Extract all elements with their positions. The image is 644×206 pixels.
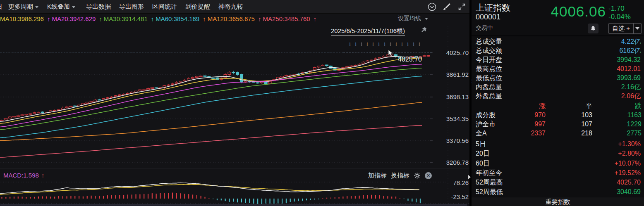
scrollbar-handle[interactable] <box>0 204 467 206</box>
high-price-label: 4025.70 <box>398 56 422 63</box>
stat-row: 最高点位4012.01 <box>472 64 644 73</box>
period-row: 5日+1.30% <box>472 139 644 149</box>
up-arrow-icon: ↑ <box>41 172 45 179</box>
period-value: 3040.69 <box>617 187 641 197</box>
bell-icon <box>590 26 596 32</box>
svg-text:↕: ↕ <box>412 40 415 47</box>
stats-list: 总成交量4.22亿总成交额6162亿今日开盘3994.32最高点位4012.01… <box>472 37 644 101</box>
price-tick-label: 3698.13 <box>432 93 469 101</box>
period-label: 52周最低 <box>476 187 503 197</box>
pushpin-icon[interactable] <box>421 26 427 33</box>
period-returns-list: 5日+1.30%20日+2.80%60日+10.07%年初至今+19.52%52… <box>472 139 644 197</box>
breadth-row-label: 沪全市 <box>476 120 496 129</box>
period-label: 5日 <box>476 139 486 149</box>
macd-dea-line <box>0 185 419 195</box>
period-row: 52周最高4025.70 <box>472 178 644 187</box>
alert-bell-button[interactable] <box>588 24 599 33</box>
stat-value: 2.06亿 <box>621 92 641 101</box>
svg-text:↕: ↕ <box>372 40 375 47</box>
macd-tick-label: -23.52 <box>432 193 469 201</box>
stat-label: 内盘总量 <box>476 83 502 92</box>
svg-text:↕: ↕ <box>418 40 421 47</box>
breadth-row: 全A23372182775 <box>472 129 644 138</box>
index-code: 000001 <box>476 13 500 21</box>
breadth-flat-count: 103 <box>581 111 592 120</box>
breadth-header: 涨 <box>539 102 546 111</box>
stat-label: 最高点位 <box>476 64 502 73</box>
watchlist-dropdown[interactable] <box>634 27 641 30</box>
gear-icon[interactable] <box>414 172 421 179</box>
stat-value: 4.22亿 <box>621 37 641 46</box>
stat-value: 3994.32 <box>617 55 641 64</box>
collapse-panel-arrow[interactable] <box>468 175 471 180</box>
stat-label: 今日开盘 <box>476 55 502 64</box>
ma-line-MA250 <box>0 125 422 157</box>
macd-value-label: MACD:1.598↑ <box>3 172 44 179</box>
important-indices-tab[interactable]: 重要指数 <box>472 197 644 206</box>
period-value: +2.80% <box>618 149 641 158</box>
price-tick-label: 3861.92 <box>432 71 469 78</box>
price-tick-label: 4025.70 <box>432 49 469 57</box>
date-range-label[interactable]: 2025/6/5-2025/11/7(106根) <box>331 27 405 36</box>
breadth-table: 涨平跌成分股9701031163沪全市9971071229全A233721827… <box>472 102 644 138</box>
svg-text:↕: ↕ <box>401 40 404 47</box>
ma-line-MA20 <box>0 64 422 127</box>
period-value: +10.07% <box>614 159 641 168</box>
stock-app-window: 日更多周期K线叠加导出数据导出图形区间统计到价提醒神奇九转 MA10:3986.… <box>0 0 644 206</box>
quote-panel: 上证指数 000001 4006.06 -1.70 -0.04% 交易中 自选 … <box>472 0 644 206</box>
breadth-down-count: 1163 <box>627 111 642 120</box>
period-label: 年初至今 <box>476 168 502 178</box>
stat-row: 外盘总量2.06亿 <box>472 92 644 101</box>
price-change: -1.70 -0.04% <box>608 5 641 21</box>
period-row: 52周最低3040.69 <box>472 187 644 197</box>
price-tick-label: 3534.35 <box>432 115 469 123</box>
ma-line-MA10 <box>0 58 422 123</box>
close-indicator-icon[interactable]: ✕ <box>425 172 432 179</box>
breadth-down-count: 1229 <box>627 120 642 129</box>
breadth-header: 平 <box>586 102 592 111</box>
stat-row: 总成交量4.22亿 <box>472 37 644 46</box>
breadth-up-count: 997 <box>534 120 546 129</box>
breadth-flat-count: 218 <box>581 129 592 138</box>
chevron-down-icon <box>635 27 639 30</box>
period-value: 4025.70 <box>617 178 641 187</box>
breadth-row: 沪全市9971071229 <box>472 120 644 129</box>
stat-row: 今日开盘3994.32 <box>472 55 644 64</box>
breadth-header: 跌 <box>635 102 642 111</box>
stat-value: 4012.01 <box>617 64 641 73</box>
svg-text:↕: ↕ <box>389 40 392 47</box>
trading-status: 交易中 <box>476 24 493 32</box>
stat-label: 总成交量 <box>476 37 502 46</box>
period-label: 52周最高 <box>476 178 503 187</box>
price-tick-label: 3206.78 <box>432 159 469 166</box>
stat-value: 3993.69 <box>617 73 641 83</box>
period-row: 20日+2.80% <box>472 149 644 158</box>
period-row: 年初至今+19.52% <box>472 168 644 178</box>
magic-nine-markers: ↕↕↕↕↕↕↕↕↕↕↕↕↕ <box>349 40 421 47</box>
svg-text:↕: ↕ <box>383 40 386 47</box>
stat-row: 总成交额6162亿 <box>472 46 644 55</box>
breadth-down-count: 2775 <box>627 129 642 138</box>
watchlist-label: 自选 + <box>609 24 634 33</box>
candles <box>0 53 430 121</box>
breadth-row-label: 全A <box>476 129 487 138</box>
breadth-row: 成分股9701031163 <box>472 111 644 120</box>
breadth-row-label: 成分股 <box>476 111 496 120</box>
period-row: 60日+10.07% <box>472 159 644 168</box>
add-indicator-button[interactable]: 加指标 <box>368 172 387 180</box>
stat-row: 内盘总量2.16亿 <box>472 83 644 92</box>
breadth-flat-count: 107 <box>581 120 592 129</box>
svg-text:↕: ↕ <box>395 40 398 47</box>
price-tick-label: 3370.56 <box>432 137 469 144</box>
stat-label: 总成交额 <box>476 46 502 55</box>
svg-text:↕: ↕ <box>378 40 381 47</box>
switch-indicator-button[interactable]: 换指标 <box>391 172 409 180</box>
svg-text:↕: ↕ <box>354 40 357 47</box>
watchlist-button[interactable]: 自选 + <box>608 23 642 34</box>
period-label: 20日 <box>476 149 490 158</box>
stat-value: 2.16亿 <box>621 83 641 92</box>
breadth-up-count: 970 <box>534 111 546 120</box>
index-name[interactable]: 上证指数 <box>476 2 510 14</box>
chart-scrollbar[interactable] <box>0 204 469 206</box>
macd-tick-label: 78.26 <box>432 179 469 187</box>
